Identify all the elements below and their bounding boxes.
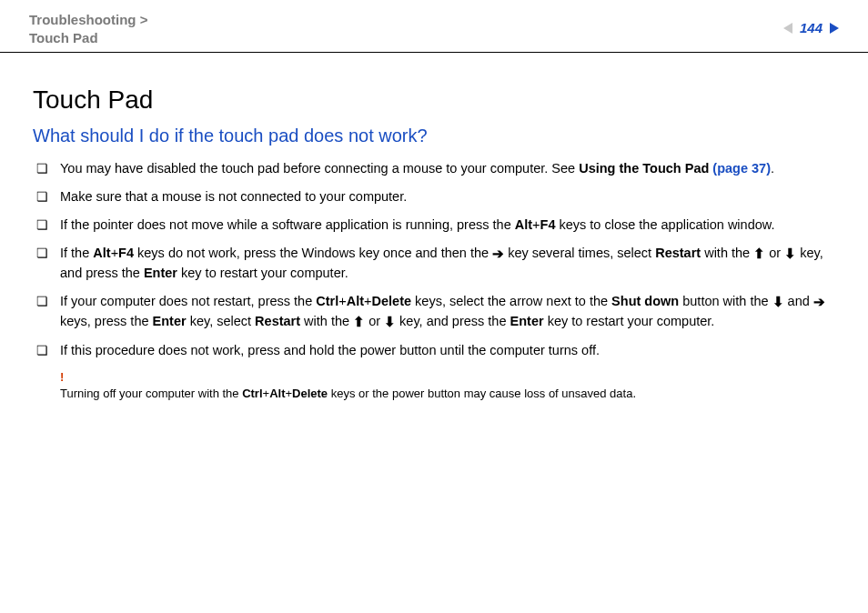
- page-number: 144: [800, 20, 823, 35]
- text: keys do not work, press the Windows key …: [134, 246, 492, 260]
- text: keys to close the application window.: [555, 217, 774, 232]
- arrow-down-icon: ⬇: [784, 245, 796, 264]
- page-content: Touch Pad What should I do if the touch …: [0, 53, 868, 403]
- text: If your computer does not restart, press…: [60, 294, 316, 308]
- text: You may have disabled the touch pad befo…: [60, 161, 579, 176]
- breadcrumb-line-1: Troubleshooting >: [29, 12, 147, 27]
- arrow-up-icon: ⬆: [753, 245, 765, 264]
- breadcrumb: Troubleshooting > Touch Pad: [29, 11, 147, 46]
- key-f4: F4: [118, 246, 134, 260]
- next-page-arrow-icon[interactable]: [830, 23, 839, 34]
- key-delete: Delete: [372, 294, 412, 308]
- key-restart: Restart: [255, 314, 300, 328]
- link-text: Using the Touch Pad: [579, 161, 712, 176]
- page-link[interactable]: (page 37): [712, 161, 771, 176]
- plus: +: [364, 294, 371, 308]
- list-item: If the Alt+F4 keys do not work, press th…: [36, 244, 835, 283]
- page-title: Touch Pad: [33, 85, 835, 115]
- text: or: [765, 246, 784, 260]
- text: key, and press the: [396, 314, 510, 328]
- page-navigator: 144: [783, 20, 839, 35]
- list-item: If this procedure does not work, press a…: [36, 341, 835, 360]
- arrow-down-icon: ⬇: [384, 313, 396, 332]
- document-page: Troubleshooting > Touch Pad 144 Touch Pa…: [0, 0, 868, 613]
- key-alt: Alt: [347, 294, 364, 308]
- text: with the: [701, 246, 753, 260]
- page-header: Troubleshooting > Touch Pad 144: [0, 0, 868, 53]
- plus: +: [338, 294, 346, 308]
- key-enter: Enter: [153, 314, 187, 328]
- text: keys, select the arrow next to the: [411, 294, 611, 308]
- text: Turning off your computer with the: [60, 387, 242, 400]
- text: keys, press the: [60, 314, 153, 328]
- key-alt: Alt: [269, 387, 285, 400]
- list-item: If the pointer does not move while a sof…: [36, 216, 835, 235]
- plus: +: [263, 387, 270, 400]
- text: and: [784, 294, 813, 308]
- text: key to restart your computer.: [177, 266, 348, 280]
- key-enter: Enter: [510, 314, 544, 328]
- key-ctrl: Ctrl: [242, 387, 262, 400]
- section-question: What should I do if the touch pad does n…: [33, 126, 835, 146]
- arrow-right-icon: ➔: [813, 293, 825, 312]
- text: with the: [300, 314, 353, 328]
- text: If the: [60, 246, 93, 260]
- text: or: [365, 314, 384, 328]
- arrow-up-icon: ⬆: [353, 313, 365, 332]
- text: .: [771, 161, 774, 176]
- key-alt: Alt: [515, 217, 532, 232]
- text: key several times, select: [504, 246, 655, 260]
- text: If the pointer does not move while a sof…: [60, 217, 515, 232]
- warning-note: ! Turning off your computer with the Ctr…: [33, 369, 835, 402]
- text: If this procedure does not work, press a…: [60, 343, 600, 357]
- key-alt: Alt: [93, 246, 110, 260]
- key-enter: Enter: [144, 266, 177, 280]
- warning-icon: !: [60, 369, 835, 386]
- key-shutdown: Shut down: [611, 294, 679, 308]
- text: button with the: [679, 294, 772, 308]
- list-item: You may have disabled the touch pad befo…: [36, 159, 835, 178]
- list-item: If your computer does not restart, press…: [36, 292, 835, 332]
- text: keys or the power button may cause loss …: [328, 387, 636, 400]
- arrow-right-icon: ➔: [492, 245, 504, 264]
- key-restart: Restart: [655, 246, 701, 260]
- plus: +: [532, 217, 540, 232]
- key-ctrl: Ctrl: [316, 294, 338, 308]
- key-delete: Delete: [292, 387, 328, 400]
- prev-page-arrow-icon[interactable]: [783, 23, 792, 34]
- text: key, select: [187, 314, 255, 328]
- text: Make sure that a mouse is not connected …: [60, 189, 407, 204]
- breadcrumb-line-2: Touch Pad: [29, 30, 98, 45]
- troubleshoot-list: You may have disabled the touch pad befo…: [33, 159, 835, 360]
- arrow-down-icon: ⬇: [772, 293, 784, 312]
- plus: +: [111, 246, 118, 260]
- key-f4: F4: [540, 217, 556, 232]
- list-item: Make sure that a mouse is not connected …: [36, 187, 835, 206]
- plus: +: [285, 387, 292, 400]
- text: key to restart your computer.: [544, 314, 715, 328]
